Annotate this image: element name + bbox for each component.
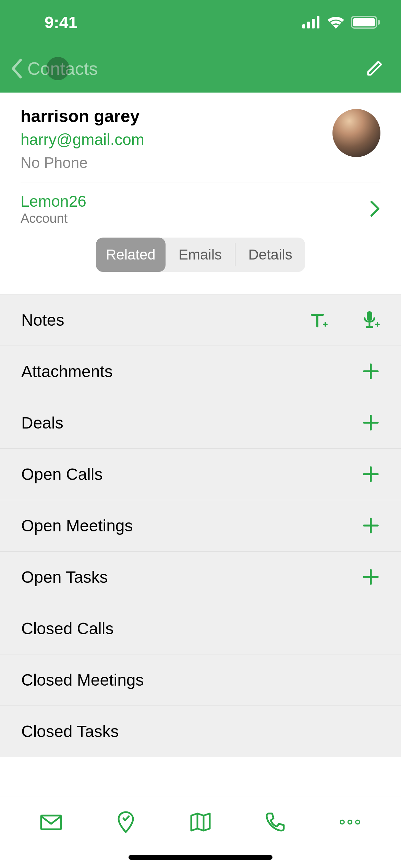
section-deals[interactable]: Deals (0, 397, 401, 449)
section-label: Notes (21, 311, 64, 329)
svg-rect-6 (378, 20, 380, 25)
tab-related[interactable]: Related (96, 238, 166, 272)
section-open-meetings[interactable]: Open Meetings (0, 500, 401, 552)
plus-icon[interactable] (362, 568, 380, 586)
section-notes[interactable]: Notes (0, 294, 401, 346)
section-label: Closed Meetings (21, 671, 144, 689)
section-label: Open Meetings (21, 516, 133, 535)
section-open-tasks[interactable]: Open Tasks (0, 552, 401, 603)
chevron-right-icon (369, 201, 380, 217)
section-closed-meetings[interactable]: Closed Meetings (0, 654, 401, 706)
section-closed-calls[interactable]: Closed Calls (0, 603, 401, 654)
plus-icon[interactable] (362, 465, 380, 483)
wifi-icon (327, 16, 345, 29)
avatar[interactable] (332, 109, 380, 157)
map-icon[interactable] (189, 810, 212, 834)
account-name: Lemon26 (21, 192, 86, 210)
section-label: Closed Tasks (21, 722, 119, 741)
svg-rect-2 (312, 19, 315, 28)
battery-icon (351, 15, 380, 29)
more-icon[interactable] (338, 810, 362, 834)
svg-rect-0 (302, 24, 305, 28)
section-label: Closed Calls (21, 619, 113, 638)
contact-name: harrison garey (21, 106, 144, 126)
svg-rect-1 (307, 22, 310, 28)
contact-card: harrison garey harry@gmail.com No Phone … (0, 93, 401, 294)
plus-icon[interactable] (362, 362, 380, 380)
phone-icon[interactable] (263, 810, 287, 834)
plus-icon[interactable] (362, 414, 380, 432)
home-indicator (129, 855, 272, 860)
status-time: 9:41 (45, 13, 77, 32)
section-open-calls[interactable]: Open Calls (0, 449, 401, 500)
section-label: Attachments (21, 362, 113, 381)
status-icons (302, 15, 380, 29)
svg-rect-3 (317, 16, 319, 28)
plus-icon[interactable] (362, 517, 380, 534)
contact-email[interactable]: harry@gmail.com (21, 130, 144, 149)
account-label: Account (21, 211, 86, 226)
svg-point-10 (348, 820, 352, 824)
contact-phone: No Phone (21, 154, 144, 171)
svg-rect-5 (353, 18, 375, 26)
divider (21, 182, 380, 182)
section-attachments[interactable]: Attachments (0, 346, 401, 397)
text-add-icon[interactable] (310, 311, 328, 329)
section-label: Deals (21, 413, 63, 432)
touch-indicator (46, 57, 70, 80)
chevron-left-icon (10, 58, 24, 79)
mic-add-icon[interactable] (362, 311, 380, 330)
edit-icon[interactable] (365, 59, 384, 78)
svg-rect-7 (367, 311, 372, 321)
tab-details[interactable]: Details (235, 238, 305, 272)
tab-emails[interactable]: Emails (166, 238, 235, 272)
location-icon[interactable] (114, 810, 138, 834)
svg-point-9 (340, 820, 344, 824)
svg-point-11 (356, 820, 360, 824)
section-closed-tasks[interactable]: Closed Tasks (0, 706, 401, 757)
mail-icon[interactable] (39, 810, 63, 834)
account-row[interactable]: Lemon26 Account (21, 191, 380, 234)
segmented-control: Related Emails Details (96, 238, 305, 272)
nav-header: Contacts (0, 45, 401, 93)
related-list: Notes Attachments Deals Open Calls (0, 294, 401, 757)
status-bar: 9:41 (0, 0, 401, 45)
section-label: Open Calls (21, 465, 102, 484)
section-label: Open Tasks (21, 568, 108, 587)
signal-icon (302, 16, 321, 28)
